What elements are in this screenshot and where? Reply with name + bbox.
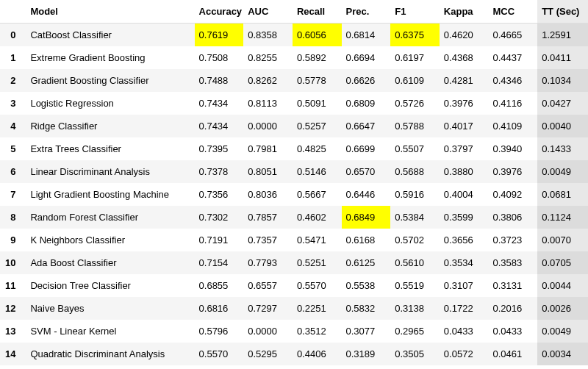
cell-model: Extra Trees Classifier <box>26 137 194 160</box>
cell-mcc: 0.0461 <box>489 343 538 365</box>
cell-mcc: 0.4665 <box>489 24 538 47</box>
cell-tt: 0.0049 <box>537 320 588 343</box>
cell-mcc: 0.4346 <box>489 69 538 92</box>
cell-accuracy: 0.7434 <box>195 92 244 115</box>
cell-model: Random Forest Classifier <box>26 206 194 229</box>
cell-f1: 0.5916 <box>390 183 440 206</box>
table-row: 6Linear Discriminant Analysis0.73780.805… <box>0 160 588 183</box>
table-row: 3Logistic Regression0.74340.81130.50910.… <box>0 92 588 115</box>
cell-tt: 0.0044 <box>537 274 588 297</box>
cell-auc: 0.7793 <box>243 251 293 274</box>
cell-idx: 2 <box>0 69 26 92</box>
cell-idx: 7 <box>0 183 26 206</box>
cell-model: Extreme Gradient Boosting <box>26 46 194 69</box>
cell-mcc: 0.3723 <box>489 229 538 251</box>
cell-f1: 0.5384 <box>390 206 440 229</box>
table-row: 1Extreme Gradient Boosting0.75080.82550.… <box>0 46 588 69</box>
cell-auc: 0.8262 <box>243 69 293 92</box>
col-mcc: MCC <box>489 0 538 24</box>
cell-tt: 0.0049 <box>537 160 588 183</box>
cell-mcc: 0.4437 <box>489 46 538 69</box>
table-row: 0CatBoost Classifier0.76190.83580.60560.… <box>0 24 588 47</box>
col-auc: AUC <box>243 0 293 24</box>
cell-model: Ridge Classifier <box>26 115 194 137</box>
cell-kappa: 0.0572 <box>440 343 489 365</box>
cell-f1: 0.5788 <box>390 115 440 137</box>
cell-prec: 0.6647 <box>342 115 391 137</box>
cell-prec: 0.3077 <box>342 320 391 343</box>
cell-auc: 0.5295 <box>243 343 293 365</box>
cell-kappa: 0.3797 <box>440 137 489 160</box>
col-tt: TT (Sec) <box>537 0 588 24</box>
table-row: 8Random Forest Classifier0.73020.78570.4… <box>0 206 588 229</box>
cell-recall: 0.6056 <box>293 24 342 47</box>
col-index <box>0 0 26 24</box>
cell-idx: 0 <box>0 24 26 47</box>
cell-tt: 0.0070 <box>537 229 588 251</box>
table-row: 2Gradient Boosting Classifier0.74880.826… <box>0 69 588 92</box>
cell-tt: 0.1433 <box>537 137 588 160</box>
cell-recall: 0.5251 <box>293 251 342 274</box>
cell-tt: 0.1034 <box>537 69 588 92</box>
cell-mcc: 0.3940 <box>489 137 538 160</box>
cell-idx: 12 <box>0 297 26 320</box>
cell-recall: 0.4602 <box>293 206 342 229</box>
cell-prec: 0.6125 <box>342 251 391 274</box>
cell-prec: 0.5538 <box>342 274 391 297</box>
cell-auc: 0.8036 <box>243 183 293 206</box>
cell-auc: 0.8113 <box>243 92 293 115</box>
table-row: 12Naive Bayes0.68160.72970.22510.58320.3… <box>0 297 588 320</box>
cell-auc: 0.8255 <box>243 46 293 69</box>
col-recall: Recall <box>293 0 342 24</box>
cell-mcc: 0.4116 <box>489 92 538 115</box>
cell-model: Ada Boost Classifier <box>26 251 194 274</box>
cell-model: Gradient Boosting Classifier <box>26 69 194 92</box>
cell-f1: 0.5519 <box>390 274 440 297</box>
cell-f1: 0.5688 <box>390 160 440 183</box>
cell-idx: 1 <box>0 46 26 69</box>
cell-idx: 14 <box>0 343 26 365</box>
cell-recall: 0.5146 <box>293 160 342 183</box>
cell-accuracy: 0.7508 <box>195 46 244 69</box>
cell-model: Quadratic Discriminant Analysis <box>26 343 194 365</box>
cell-mcc: 0.2016 <box>489 297 538 320</box>
table-row: 7Light Gradient Boosting Machine0.73560.… <box>0 183 588 206</box>
cell-kappa: 0.4017 <box>440 115 489 137</box>
cell-tt: 0.1124 <box>537 206 588 229</box>
cell-recall: 0.3512 <box>293 320 342 343</box>
cell-tt: 0.0034 <box>537 343 588 365</box>
cell-prec: 0.6809 <box>342 92 391 115</box>
cell-idx: 4 <box>0 115 26 137</box>
table-row: 9K Neighbors Classifier0.71910.73570.547… <box>0 229 588 251</box>
cell-kappa: 0.3107 <box>440 274 489 297</box>
cell-model: Linear Discriminant Analysis <box>26 160 194 183</box>
table-header: Model Accuracy AUC Recall Prec. F1 Kappa… <box>0 0 588 24</box>
cell-recall: 0.2251 <box>293 297 342 320</box>
cell-model: Naive Bayes <box>26 297 194 320</box>
cell-accuracy: 0.7434 <box>195 115 244 137</box>
cell-f1: 0.6197 <box>390 46 440 69</box>
cell-kappa: 0.4004 <box>440 183 489 206</box>
cell-prec: 0.6694 <box>342 46 391 69</box>
cell-kappa: 0.0433 <box>440 320 489 343</box>
cell-accuracy: 0.7395 <box>195 137 244 160</box>
cell-tt: 0.0427 <box>537 92 588 115</box>
cell-kappa: 0.3599 <box>440 206 489 229</box>
cell-mcc: 0.0433 <box>489 320 538 343</box>
cell-model: K Neighbors Classifier <box>26 229 194 251</box>
cell-tt: 0.0705 <box>537 251 588 274</box>
cell-f1: 0.2965 <box>390 320 440 343</box>
cell-model: CatBoost Classifier <box>26 24 194 47</box>
col-accuracy: Accuracy <box>195 0 244 24</box>
cell-auc: 0.6557 <box>243 274 293 297</box>
cell-prec: 0.5832 <box>342 297 391 320</box>
col-prec: Prec. <box>342 0 391 24</box>
cell-tt: 0.0026 <box>537 297 588 320</box>
cell-kappa: 0.3656 <box>440 229 489 251</box>
cell-model: SVM - Linear Kernel <box>26 320 194 343</box>
cell-prec: 0.6626 <box>342 69 391 92</box>
cell-mcc: 0.3583 <box>489 251 538 274</box>
cell-mcc: 0.3976 <box>489 160 538 183</box>
cell-accuracy: 0.7191 <box>195 229 244 251</box>
cell-prec: 0.6570 <box>342 160 391 183</box>
